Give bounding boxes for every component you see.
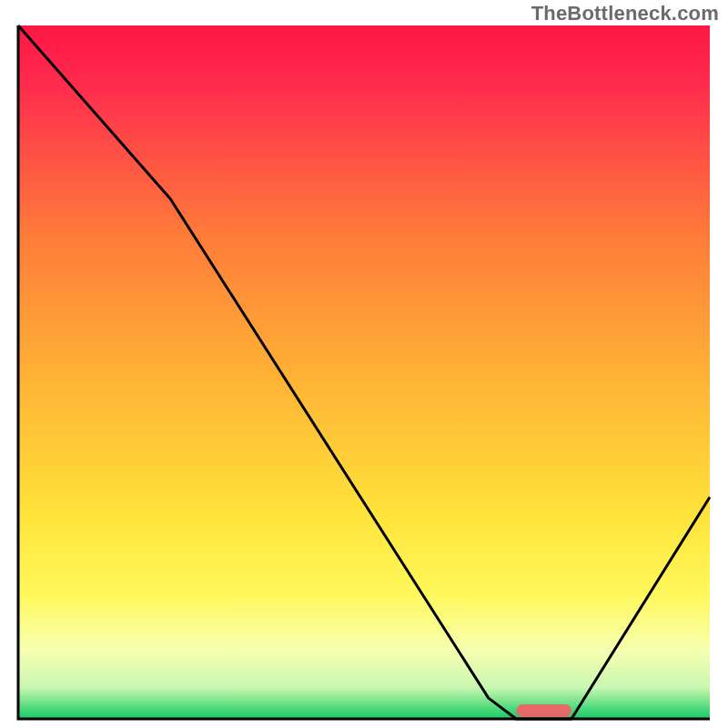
optimal-range-marker (516, 704, 571, 717)
chart-container: TheBottleneck.com (0, 0, 728, 728)
gradient-background (18, 25, 710, 719)
bottleneck-chart (0, 0, 728, 728)
watermark-label: TheBottleneck.com (531, 2, 719, 25)
